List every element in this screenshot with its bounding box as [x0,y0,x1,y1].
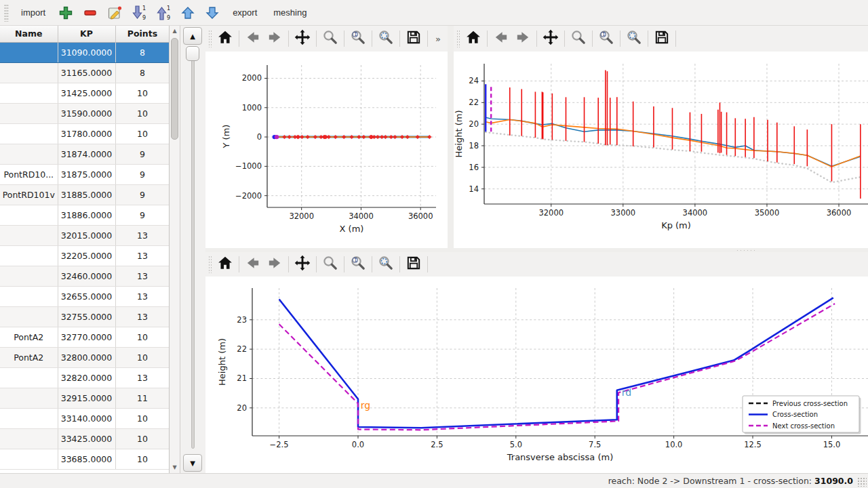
edit-section-button[interactable] [104,3,125,23]
slider-track[interactable] [191,50,195,449]
cell-points[interactable]: 13 [115,225,170,245]
zoom-button[interactable] [320,28,340,49]
table-row[interactable]: 32205.000013 [0,245,170,266]
import-button[interactable]: import [14,5,52,20]
back-button[interactable] [243,254,263,274]
zoom-one-button[interactable]: 1 [596,28,616,49]
cell-points[interactable]: 10 [115,123,170,144]
cell-points[interactable]: 10 [115,449,170,469]
cell-name[interactable] [0,83,58,103]
cell-points[interactable]: 9 [115,184,170,205]
cross-section-chart[interactable]: −2.50.02.55.07.510.012.515.020212223Tran… [205,277,868,473]
cell-points[interactable]: 11 [115,388,170,408]
cell-kp[interactable]: 31874.0000 [58,144,115,164]
cell-points[interactable]: 10 [115,83,170,103]
cell-points[interactable]: 13 [115,266,170,286]
cell-kp[interactable]: 33685.0000 [58,449,115,469]
cell-name[interactable] [0,306,58,327]
cell-points[interactable]: 13 [115,286,170,306]
table-row[interactable]: PontA232770.000010 [0,327,170,347]
sort-ascending-button[interactable]: 19 [153,3,174,23]
cell-name[interactable] [0,225,58,245]
cell-name[interactable] [0,245,58,266]
save-button[interactable] [652,28,672,49]
cell-name[interactable]: PontA2 [0,347,58,367]
table-row[interactable]: 31886.00009 [0,205,170,225]
table-row[interactable]: 32655.000013 [0,286,170,306]
cell-kp[interactable]: 32015.0000 [58,225,115,245]
vertical-splitter[interactable] [448,26,454,248]
table-row[interactable]: 31165.00008 [0,62,170,83]
cell-kp[interactable]: 31885.0000 [58,184,115,205]
resize-grip[interactable] [857,477,867,487]
cell-name[interactable] [0,388,58,408]
table-row[interactable]: 32915.000011 [0,388,170,408]
cell-kp[interactable]: 32770.0000 [58,327,115,347]
toolbar-grip[interactable] [456,30,460,47]
home-button[interactable] [215,254,235,274]
forward-button[interactable] [264,254,285,274]
pan-button[interactable] [292,254,313,274]
table-scrollbar-thumb[interactable] [171,38,178,140]
column-header-kp[interactable]: KP [58,26,115,42]
table-row[interactable]: 31425.000010 [0,83,170,103]
forward-button[interactable] [513,28,533,49]
remove-section-button[interactable] [79,3,101,23]
pan-button[interactable] [292,28,313,49]
move-down-button[interactable] [201,3,223,23]
plan-view-chart[interactable]: 320003400036000−2000−1000010002000X (m)Y… [205,52,448,248]
cell-points[interactable]: 9 [115,144,170,164]
zoom-button[interactable] [568,28,589,49]
cell-points[interactable]: 10 [115,327,170,347]
cell-name[interactable] [0,367,58,388]
toolbar-overflow-button[interactable]: » [431,34,445,44]
move-up-button[interactable] [177,3,199,23]
slider-handle[interactable] [186,46,199,61]
cell-kp[interactable]: 32820.0000 [58,367,115,388]
cell-name[interactable] [0,123,58,144]
scroll-up-icon[interactable]: ▲ [170,26,180,35]
zoom-button[interactable] [320,254,340,274]
table-row[interactable]: PontRD10...31875.00009 [0,164,170,184]
cell-name[interactable]: PontRD10... [0,164,58,184]
cell-name[interactable] [0,449,58,469]
scroll-down-icon[interactable]: ▼ [170,462,180,472]
table-row[interactable]: 31090.00008 [0,42,170,62]
cell-kp[interactable]: 31165.0000 [58,62,115,83]
cell-points[interactable]: 9 [115,164,170,184]
table-row[interactable]: 32755.000013 [0,306,170,327]
zoom-rect-button[interactable] [376,28,396,49]
slider-down-button[interactable]: ▼ [183,454,202,472]
export-button[interactable]: export [226,5,264,20]
zoom-one-button[interactable]: 1 [348,254,368,274]
cell-kp[interactable]: 31425.0000 [58,83,115,103]
save-button[interactable] [403,28,424,49]
table-row[interactable]: 32015.000013 [0,225,170,245]
cell-kp[interactable]: 32205.0000 [58,245,115,266]
cell-points[interactable]: 10 [115,408,170,428]
cell-kp[interactable]: 31590.0000 [58,103,115,123]
cell-kp[interactable]: 32915.0000 [58,388,115,408]
cell-name[interactable] [0,42,58,62]
zoom-rect-button[interactable] [624,28,644,49]
zoom-rect-button[interactable] [376,254,396,274]
cell-kp[interactable]: 32460.0000 [58,266,115,286]
table-row[interactable]: 32460.000013 [0,266,170,286]
cell-points[interactable]: 10 [115,103,170,123]
cell-kp[interactable]: 33140.0000 [58,408,115,428]
home-button[interactable] [463,28,484,49]
table-scrollbar[interactable]: ▲ ▼ [170,26,180,473]
cell-kp[interactable]: 33425.0000 [58,428,115,449]
cell-name[interactable] [0,103,58,123]
table-row[interactable]: PontA232800.000010 [0,347,170,367]
cell-kp[interactable]: 31780.0000 [58,123,115,144]
back-button[interactable] [243,28,263,49]
profile-chart[interactable]: 3200033000340003500036000141618202224Kp … [454,52,868,248]
splitter-grip[interactable] [736,249,756,251]
table-row[interactable]: 33685.000010 [0,449,170,469]
cell-points[interactable]: 10 [115,347,170,367]
add-section-button[interactable] [55,3,77,23]
cell-name[interactable] [0,428,58,449]
table-row[interactable]: 31780.000010 [0,123,170,144]
table-row[interactable]: PontRD101v31885.00009 [0,184,170,205]
